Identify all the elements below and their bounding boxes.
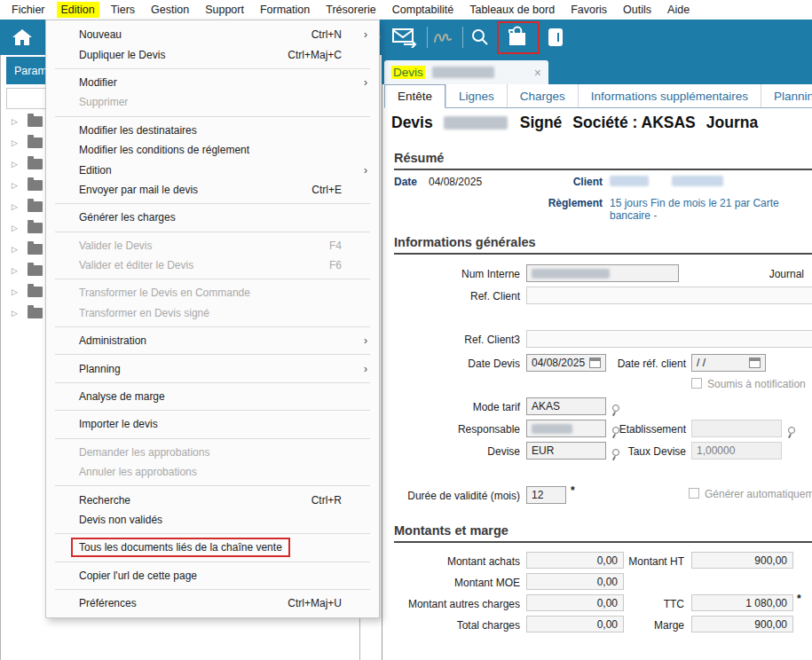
menubar-item-fichier[interactable]: Fichier	[7, 2, 50, 18]
soumis-notification-label: Soumis à notification	[707, 378, 806, 390]
menubar-item-comptabilit-[interactable]: Comptabilité	[388, 2, 458, 18]
devise-input[interactable]: EUR	[526, 442, 606, 460]
menubar-item-aide[interactable]: Aide	[663, 2, 694, 18]
tab-charges[interactable]: Charges	[507, 84, 578, 107]
menu-item-administration[interactable]: Administration ›	[46, 331, 379, 350]
ref-client-input[interactable]	[526, 287, 812, 304]
total-charges-input[interactable]: 0,00	[526, 616, 624, 632]
menu-separator	[55, 382, 370, 383]
responsable-input[interactable]	[526, 420, 606, 437]
expand-arrow-icon: ▷	[12, 181, 24, 190]
send-mail-icon	[391, 27, 418, 48]
menu-item-transformer-le-devis-en-commande[interactable]: Transformer le Devis en Commande	[46, 283, 379, 302]
menu-item-supprimer[interactable]: Supprimer	[46, 92, 379, 112]
ttc-input[interactable]: 1 080,00	[691, 594, 793, 611]
menu-item-analyse-de-marge[interactable]: Analyse de marge	[46, 387, 379, 406]
search-button[interactable]	[468, 20, 493, 55]
signature-button[interactable]	[431, 20, 454, 55]
document-search-icon	[506, 26, 531, 49]
duree-validite-input[interactable]: 12	[526, 486, 566, 504]
menu-item-valider-et-diter-le-devis[interactable]: Valider et éditer le Devis F6	[46, 255, 379, 275]
menubar-item-tiers[interactable]: Tiers	[106, 2, 139, 18]
montant-ht-input[interactable]: 900,00	[691, 552, 793, 569]
date-ref-client-input[interactable]: / /	[691, 354, 766, 372]
required-marker: *	[571, 484, 575, 497]
menu-item-g-n-rer-les-charges[interactable]: Générer les charges	[46, 208, 379, 227]
menubar-item-favoris[interactable]: Favoris	[566, 2, 611, 18]
send-mail-button[interactable]	[387, 20, 422, 55]
marge-input[interactable]: 900,00	[691, 616, 793, 632]
calendar-icon[interactable]	[589, 358, 601, 368]
taux-devise-input[interactable]: 1,00000	[691, 442, 782, 460]
bookmark-button[interactable]	[542, 20, 569, 55]
menubar-item-outils[interactable]: Outils	[619, 2, 656, 18]
menubar-item-gestion[interactable]: Gestion	[146, 2, 193, 18]
expand-arrow-icon: ▷	[12, 287, 24, 296]
menu-item-demander-les-approbations[interactable]: Demander les approbations	[46, 443, 379, 462]
title-prefix: Devis	[391, 114, 433, 132]
menu-item-tous-les-documents-li-s-de-la-cha-ne-vente[interactable]: Tous les documents liés de la chaîne ven…	[46, 538, 379, 557]
menubar-item-tr-sorerie[interactable]: Trésorerie	[321, 2, 381, 18]
menu-item-dupliquer-le-devis[interactable]: Dupliquer le Devis Ctrl+Maj+C	[46, 44, 379, 64]
menu-separator	[55, 438, 370, 439]
menu-separator	[55, 562, 370, 562]
tab-ent-te[interactable]: Entête	[384, 84, 445, 108]
montant-autres-charges-input[interactable]: 0,00	[526, 594, 624, 611]
date-devis-input[interactable]: 04/08/2025	[526, 354, 606, 372]
menu-item-copier-l-url-de-cette-page[interactable]: Copier l'url de cette page	[46, 566, 379, 585]
menu-separator	[55, 68, 370, 69]
montant-achats-input[interactable]: 0,00	[526, 552, 624, 569]
menu-item-modifier[interactable]: Modifier ›	[46, 73, 379, 92]
ref-client-label: Ref. Client	[396, 290, 520, 302]
linked-documents-button[interactable]	[502, 20, 534, 55]
edition-dropdown-menu: Nouveau Ctrl+N › Dupliquer le Devis Ctrl…	[45, 20, 380, 618]
lookup-icon[interactable]	[611, 404, 619, 416]
menu-item-nouveau[interactable]: Nouveau Ctrl+N ›	[46, 25, 379, 44]
menu-separator	[55, 326, 370, 327]
date-label: Date	[394, 176, 422, 188]
generer-auto-checkbox[interactable]	[689, 488, 699, 499]
menu-item-devis-non-valid-s[interactable]: Devis non validés	[46, 510, 379, 530]
tab-informations-suppl-mentaires[interactable]: Informations supplémentaires	[578, 84, 761, 107]
folder-icon	[28, 244, 43, 255]
menu-item-envoyer-par-mail-le-devis[interactable]: Envoyer par mail le devis Ctrl+E	[46, 180, 379, 200]
lookup-icon[interactable]	[786, 426, 795, 438]
menu-item-edition[interactable]: Edition ›	[46, 160, 379, 179]
calendar-icon[interactable]	[749, 358, 761, 368]
menu-item-modifier-les-conditions-de-r-glement[interactable]: Modifier les conditions de réglement	[46, 140, 379, 160]
home-button[interactable]	[7, 20, 37, 55]
menu-item-importer-le-devis[interactable]: Importer le devis	[46, 414, 379, 434]
redacted-client-name	[672, 176, 723, 186]
redacted-client-code	[610, 176, 649, 186]
folder-icon	[28, 116, 43, 127]
menu-item-annuler-les-approbations[interactable]: Annuler les approbations	[46, 462, 379, 482]
menu-item-modifier-les-destinataires[interactable]: Modifier les destinataires	[46, 121, 379, 140]
menu-item-transformer-en-devis-sign-[interactable]: Transformer en Devis signé	[46, 303, 379, 323]
menubar-item-edition[interactable]: Edition	[57, 2, 99, 18]
menubar-item-tableaux-de-bord[interactable]: Tableaux de bord	[465, 2, 559, 18]
mode-tarif-input[interactable]: AKAS	[526, 397, 606, 415]
devise-label: Devise	[396, 445, 520, 458]
signature-icon	[433, 29, 453, 45]
menu-item-valider-le-devis[interactable]: Valider le Devis F4	[46, 236, 379, 255]
num-interne-input[interactable]	[526, 264, 679, 282]
expand-arrow-icon: ▷	[12, 202, 24, 211]
menu-item-planning[interactable]: Planning ›	[46, 358, 379, 378]
tab-planning[interactable]: Planning	[761, 84, 812, 107]
ref-client3-input[interactable]	[526, 330, 812, 348]
menu-separator	[55, 485, 370, 486]
marge-label: Marge	[615, 619, 684, 632]
expand-arrow-icon: ▷	[12, 266, 24, 275]
menubar-item-formation[interactable]: Formation	[256, 2, 314, 18]
menu-separator	[55, 533, 370, 534]
document-tab-devis[interactable]: Devis ×	[384, 60, 548, 84]
menu-item-recherche[interactable]: Recherche Ctrl+R	[46, 490, 379, 509]
page-title: Devis Signé Société : AKSAS Journa	[391, 114, 769, 132]
etablissement-input[interactable]	[691, 420, 782, 437]
menubar-item-support[interactable]: Support	[201, 2, 248, 18]
close-icon[interactable]: ×	[534, 67, 541, 79]
montant-moe-input[interactable]: 0,00	[526, 573, 624, 590]
tab-lignes[interactable]: Lignes	[445, 84, 507, 107]
menu-item-pr-f-rences[interactable]: Préférences Ctrl+Maj+U	[46, 593, 379, 613]
soumis-notification-checkbox[interactable]	[691, 378, 702, 389]
